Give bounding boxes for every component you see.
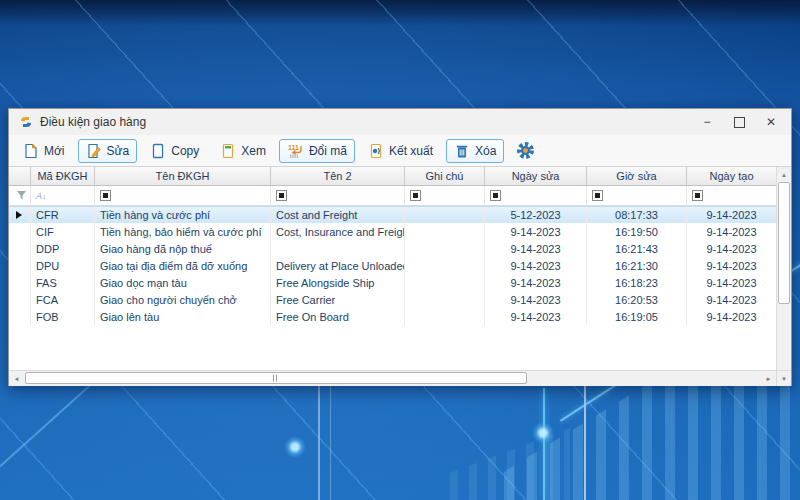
cell-created-date[interactable]: 9-14-2023 xyxy=(687,240,776,257)
filter-cell-code[interactable]: A↓ xyxy=(31,186,95,205)
column-header-name[interactable]: Tên ĐKGH xyxy=(95,167,271,185)
titlebar[interactable]: Điều kiện giao hàng − ✕ xyxy=(9,109,791,135)
cell-name2[interactable]: Cost, Insurance and Freight xyxy=(271,223,405,240)
cell-name2[interactable]: Free Alongside Ship xyxy=(271,274,405,291)
cell-code[interactable]: FOB xyxy=(31,308,95,325)
edit-button[interactable]: Sửa xyxy=(78,139,138,163)
cell-created-date[interactable]: 9-14-2023 xyxy=(687,223,776,240)
delete-button[interactable]: Xóa xyxy=(446,139,504,163)
cell-created-date[interactable]: 9-14-2023 xyxy=(687,308,776,325)
cell-modified-time[interactable]: 08:17:33 xyxy=(587,206,687,223)
scroll-left-arrow-icon[interactable]: ◄ xyxy=(9,371,24,386)
vertical-scrollbar-thumb[interactable] xyxy=(778,182,790,304)
cell-created-date[interactable]: 9-14-2023 xyxy=(687,274,776,291)
settings-button[interactable] xyxy=(511,138,540,163)
horizontal-scrollbar[interactable]: ◄ ► xyxy=(9,370,776,386)
table-row[interactable]: FAS Giao dọc mạn tàu Free Alongside Ship… xyxy=(9,274,776,291)
text-filter-icon: A↓ xyxy=(36,191,47,201)
cell-code[interactable]: DPU xyxy=(31,257,95,274)
cell-modified-time[interactable]: 16:21:30 xyxy=(587,257,687,274)
cell-name[interactable]: Tiền hàng, bảo hiểm và cước phí xyxy=(95,223,271,240)
cell-name2[interactable]: Cost and Freight xyxy=(271,206,405,223)
filter-cell-created-date[interactable] xyxy=(687,186,776,205)
cell-code[interactable]: CIF xyxy=(31,223,95,240)
column-header-note[interactable]: Ghi chú xyxy=(405,167,485,185)
filter-cell-modified-time[interactable] xyxy=(587,186,687,205)
filter-cell-name2[interactable] xyxy=(271,186,405,205)
cell-note[interactable] xyxy=(405,240,485,257)
cell-created-date[interactable]: 9-14-2023 xyxy=(687,257,776,274)
cell-modified-time[interactable]: 16:18:23 xyxy=(587,274,687,291)
cell-modified-date[interactable]: 9-14-2023 xyxy=(485,274,587,291)
cell-modified-time[interactable]: 16:19:50 xyxy=(587,223,687,240)
cell-modified-time[interactable]: 16:20:53 xyxy=(587,291,687,308)
button-label: Kết xuất xyxy=(389,144,433,158)
cell-note[interactable] xyxy=(405,274,485,291)
column-header-created-date[interactable]: Ngày tạo xyxy=(687,167,776,185)
scroll-right-arrow-icon[interactable]: ► xyxy=(761,371,776,386)
change-code-button[interactable]: 111 Đổi mã xyxy=(279,139,355,163)
column-header-modified-date[interactable]: Ngày sửa xyxy=(485,167,587,185)
cell-name[interactable]: Giao hàng đã nộp thuế xyxy=(95,240,271,257)
cell-modified-date[interactable]: 9-14-2023 xyxy=(485,257,587,274)
cell-name[interactable]: Giao tại địa điểm đã dỡ xuống xyxy=(95,257,271,274)
cell-name2[interactable]: Free On Board xyxy=(271,308,405,325)
maximize-button[interactable] xyxy=(723,111,755,133)
cell-name[interactable]: Tiền hàng và cước phí xyxy=(95,206,271,223)
cell-modified-date[interactable]: 9-14-2023 xyxy=(485,291,587,308)
cell-code[interactable]: CFR xyxy=(31,206,95,223)
copy-button[interactable]: Copy xyxy=(142,139,207,163)
cell-name[interactable]: Giao cho người chuyển chở xyxy=(95,291,271,308)
cell-modified-date[interactable]: 9-14-2023 xyxy=(485,308,587,325)
filter-cell-name[interactable] xyxy=(95,186,271,205)
cell-note[interactable] xyxy=(405,308,485,325)
column-header-name2[interactable]: Tên 2 xyxy=(271,167,405,185)
svg-text:111: 111 xyxy=(288,144,299,151)
cell-modified-time[interactable]: 16:19:05 xyxy=(587,308,687,325)
filter-cell-modified-date[interactable] xyxy=(485,186,587,205)
export-button[interactable]: Kết xuất xyxy=(360,139,441,163)
background-glow-dot xyxy=(284,436,306,458)
column-header-modified-time[interactable]: Giờ sửa xyxy=(587,167,687,185)
cell-modified-date[interactable]: 9-14-2023 xyxy=(485,240,587,257)
auto-filter-row: A↓ xyxy=(9,186,776,206)
cell-modified-date[interactable]: 5-12-2023 xyxy=(485,206,587,223)
cell-name[interactable]: Giao lên tàu xyxy=(95,308,271,325)
cell-name2[interactable] xyxy=(271,240,405,257)
cell-modified-time[interactable]: 16:21:43 xyxy=(587,240,687,257)
filter-box-icon xyxy=(100,190,111,201)
cell-name[interactable]: Giao dọc mạn tàu xyxy=(95,274,271,291)
row-indicator xyxy=(9,240,31,257)
horizontal-scrollbar-thumb[interactable] xyxy=(25,372,527,384)
cell-note[interactable] xyxy=(405,223,485,240)
scrollbar-corner[interactable]: ▼ xyxy=(776,370,791,386)
cell-note[interactable] xyxy=(405,206,485,223)
column-header-code[interactable]: Mã ĐKGH xyxy=(31,167,95,185)
scroll-up-arrow-icon[interactable]: ▲ xyxy=(777,167,791,182)
table-row[interactable]: DDP Giao hàng đã nộp thuế 9-14-2023 16:2… xyxy=(9,240,776,257)
table-row[interactable]: FOB Giao lên tàu Free On Board 9-14-2023… xyxy=(9,308,776,325)
table-row[interactable]: DPU Giao tại địa điểm đã dỡ xuống Delive… xyxy=(9,257,776,274)
filter-cell-note[interactable] xyxy=(405,186,485,205)
cell-code[interactable]: DDP xyxy=(31,240,95,257)
cell-modified-date[interactable]: 9-14-2023 xyxy=(485,223,587,240)
cell-created-date[interactable]: 9-14-2023 xyxy=(687,291,776,308)
cell-code[interactable]: FCA xyxy=(31,291,95,308)
table-row[interactable]: CFR Tiền hàng và cước phí Cost and Freig… xyxy=(9,206,776,223)
cell-note[interactable] xyxy=(405,291,485,308)
vertical-scrollbar[interactable]: ▲ xyxy=(776,167,791,386)
minimize-button[interactable]: − xyxy=(691,111,723,133)
table-row[interactable]: CIF Tiền hàng, bảo hiểm và cước phí Cost… xyxy=(9,223,776,240)
cell-code[interactable]: FAS xyxy=(31,274,95,291)
cell-name2[interactable]: Delivery at Place Unloaded xyxy=(271,257,405,274)
table-row[interactable]: FCA Giao cho người chuyển chở Free Carri… xyxy=(9,291,776,308)
filter-box-icon xyxy=(410,190,421,201)
cell-name2[interactable]: Free Carrier xyxy=(271,291,405,308)
close-button[interactable]: ✕ xyxy=(755,111,787,133)
new-button[interactable]: Mới xyxy=(15,139,73,163)
view-button[interactable]: Xem xyxy=(212,139,274,163)
window-title: Điều kiện giao hàng xyxy=(40,115,146,129)
change-code-icon: 111 xyxy=(287,143,304,159)
cell-created-date[interactable]: 9-14-2023 xyxy=(687,206,776,223)
cell-note[interactable] xyxy=(405,257,485,274)
